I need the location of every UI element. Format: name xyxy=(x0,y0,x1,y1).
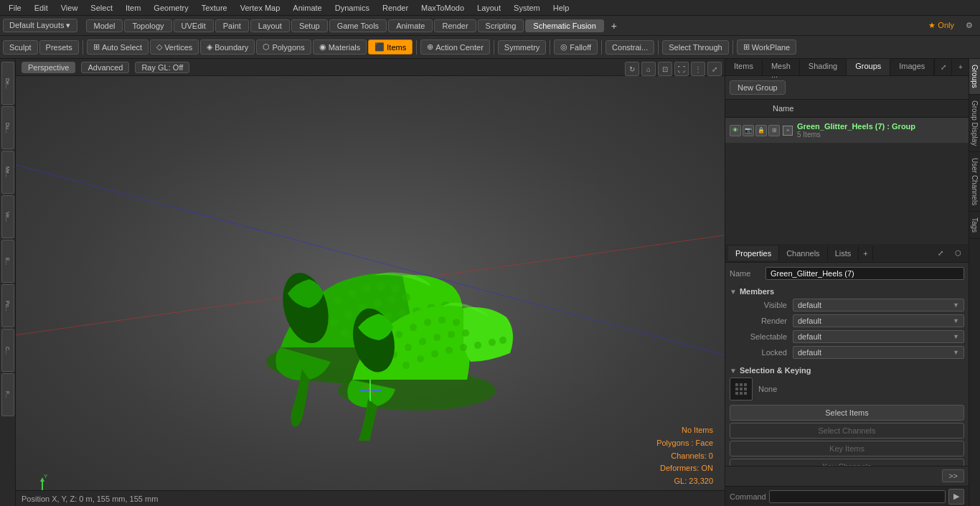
sidebar-item-4[interactable]: E... xyxy=(1,240,14,283)
falloff-button[interactable]: ◎ Falloff xyxy=(554,39,598,55)
fullscreen-icon[interactable]: ⤢ xyxy=(707,62,722,76)
layout-tab-render[interactable]: Render xyxy=(434,19,476,32)
menu-item[interactable]: Item xyxy=(120,2,146,14)
key-channels-button[interactable]: Key Channels xyxy=(730,459,964,466)
zoom-fit-icon[interactable]: ⊡ xyxy=(658,62,672,76)
settings-icon[interactable]: ⚙ xyxy=(961,21,977,30)
layout-tab-setup[interactable]: Setup xyxy=(291,19,328,32)
sculpt-button[interactable]: Sculpt xyxy=(3,40,38,55)
command-input[interactable] xyxy=(769,490,946,503)
menu-animate[interactable]: Animate xyxy=(287,2,327,14)
select-through-button[interactable]: Select Through xyxy=(662,40,728,55)
menu-file[interactable]: File xyxy=(3,2,27,14)
layout-tab-topology[interactable]: Topology xyxy=(124,19,171,32)
select-items-button[interactable]: Select Items xyxy=(730,405,964,421)
viewport-canvas[interactable]: X Z Y No Items Polygons : Face Channels:… xyxy=(16,76,725,506)
members-section-header[interactable]: ▼ Members xyxy=(730,286,964,299)
plus-button[interactable]: + xyxy=(607,20,621,32)
name-field-input[interactable] xyxy=(765,267,964,280)
auto-select-button[interactable]: ⊞ Auto Select xyxy=(87,39,149,55)
lock-icon[interactable]: 🔒 xyxy=(755,125,767,136)
group-list-item[interactable]: 👁 📷 🔒 ⊞ + Green_Glitter_Heels (7) : Grou… xyxy=(725,118,969,144)
menu-select[interactable]: Select xyxy=(85,2,118,14)
items-button[interactable]: ⬛ Items xyxy=(368,39,413,55)
menu-edit[interactable]: Edit xyxy=(29,2,54,14)
sidebar-item-1[interactable]: Du... xyxy=(1,106,14,149)
menu-render[interactable]: Render xyxy=(377,2,414,14)
boundary-button[interactable]: ◈ Boundary xyxy=(200,39,255,55)
tab-items[interactable]: Items xyxy=(725,59,763,75)
layout-selector[interactable]: Default Layouts ▾ xyxy=(3,19,77,32)
camera-icon[interactable]: 📷 xyxy=(743,125,754,136)
layout-tab-animate[interactable]: Animate xyxy=(388,19,433,32)
sidebar-item-3[interactable]: Ve... xyxy=(1,195,14,238)
menu-geometry[interactable]: Geometry xyxy=(148,2,194,14)
menu-view[interactable]: View xyxy=(55,2,84,14)
layout-tab-layout[interactable]: Layout xyxy=(250,19,290,32)
layout-tab-schematic[interactable]: Schematic Fusion xyxy=(525,19,603,32)
layout-tab-scripting[interactable]: Scripting xyxy=(478,19,524,32)
add-tab-icon[interactable]: + xyxy=(859,246,872,261)
expand-panel-icon[interactable]: ⤢ xyxy=(934,59,951,76)
menu-help[interactable]: Help xyxy=(547,2,575,14)
menu-system[interactable]: System xyxy=(508,2,546,14)
perspective-toggle[interactable]: Perspective xyxy=(22,62,75,73)
tab-images[interactable]: Images xyxy=(890,59,934,75)
sidebar-item-7[interactable]: F... xyxy=(1,373,14,416)
tab-shading[interactable]: Shading xyxy=(800,59,847,75)
more-button[interactable]: >> xyxy=(942,469,964,482)
menu-texture[interactable]: Texture xyxy=(196,2,233,14)
layout-tab-model[interactable]: Model xyxy=(86,19,123,32)
edge-tab-tags[interactable]: Tags xyxy=(969,212,980,239)
visibility-icon[interactable]: 👁 xyxy=(730,125,741,136)
tab-mesh[interactable]: Mesh ... xyxy=(763,59,800,75)
edge-tab-group-display[interactable]: Group Display xyxy=(969,95,980,152)
sidebar-item-6[interactable]: C... xyxy=(1,329,14,372)
expand-props-icon[interactable]: ⤢ xyxy=(933,245,948,261)
ref-icon[interactable]: ⊞ xyxy=(768,125,780,136)
action-center-button[interactable]: ⊕ Action Center xyxy=(420,39,490,55)
command-run-icon[interactable]: ▶ xyxy=(948,489,964,505)
visible-dropdown[interactable]: default ▼ xyxy=(793,299,964,311)
sidebar-item-5[interactable]: Po... xyxy=(1,284,14,327)
selectable-dropdown[interactable]: default ▼ xyxy=(793,330,964,343)
advanced-toggle[interactable]: Advanced xyxy=(81,62,129,73)
more-panel-icon[interactable]: + xyxy=(951,59,969,76)
layout-tab-paint[interactable]: Paint xyxy=(215,19,249,32)
menu-layout[interactable]: Layout xyxy=(471,2,507,14)
edge-tab-groups[interactable]: Groups xyxy=(969,59,980,95)
expand-icon[interactable]: ⛶ xyxy=(674,62,689,76)
raygl-toggle[interactable]: Ray GL: Off xyxy=(135,62,189,73)
properties-tab[interactable]: Properties xyxy=(728,246,779,261)
sidebar-item-0[interactable]: De... xyxy=(1,62,14,105)
new-group-button[interactable]: New Group xyxy=(730,80,786,95)
layout-tab-gametools[interactable]: Game Tools xyxy=(329,19,387,32)
layout-tab-uvedit[interactable]: UVEdit xyxy=(174,19,214,32)
materials-button[interactable]: ◉ Materials xyxy=(313,39,367,55)
tab-groups[interactable]: Groups xyxy=(847,59,890,75)
key-items-button[interactable]: Key Items xyxy=(730,441,964,456)
sidebar-item-2[interactable]: Me... xyxy=(1,151,14,194)
lists-tab[interactable]: Lists xyxy=(828,246,859,261)
menu-maxtomodo[interactable]: MaxToModo xyxy=(415,2,470,14)
constraints-button[interactable]: Constrai... xyxy=(606,40,654,55)
rotate-icon[interactable]: ↻ xyxy=(625,62,639,76)
edge-tab-user-channels[interactable]: User Channels xyxy=(969,152,980,212)
sel-keying-header[interactable]: ▼ Selection & Keying xyxy=(730,365,964,378)
vertices-button[interactable]: ◇ Vertices xyxy=(150,39,199,55)
polygons-button[interactable]: ⬡ Polygons xyxy=(256,39,311,55)
group-expand-icon[interactable]: + xyxy=(783,126,793,136)
render-dropdown[interactable]: default ▼ xyxy=(793,314,964,327)
channels-tab[interactable]: Channels xyxy=(779,246,827,261)
more-props-icon[interactable]: ⬡ xyxy=(950,245,966,261)
action-center-icon: ⊕ xyxy=(427,42,433,52)
home-icon[interactable]: ⌂ xyxy=(641,62,656,76)
locked-dropdown[interactable]: default ▼ xyxy=(793,346,964,359)
workplane-button[interactable]: ⊞ WorkPlane xyxy=(737,39,797,55)
options-icon[interactable]: ⋮ xyxy=(691,62,705,76)
menu-dynamics[interactable]: Dynamics xyxy=(329,2,375,14)
presets-button[interactable]: Presets xyxy=(39,40,79,55)
select-channels-button[interactable]: Select Channels xyxy=(730,423,964,439)
menu-vertex-map[interactable]: Vertex Map xyxy=(235,2,286,14)
symmetry-button[interactable]: Symmetry xyxy=(498,40,547,55)
